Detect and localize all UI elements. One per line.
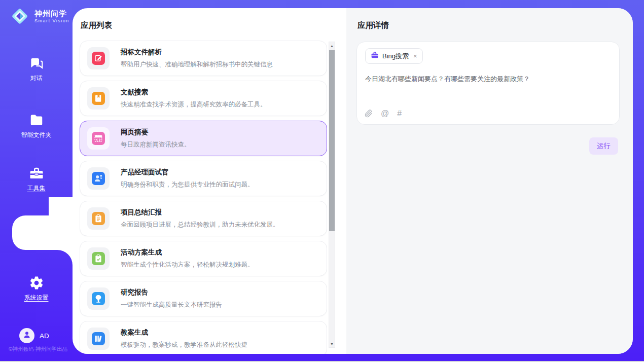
app-detail-pane: 应用详情 Bing搜索 × 今日湖北有哪些新闻要点？有哪些需要关注的最新政策？ … bbox=[346, 8, 633, 354]
app-description: 明确身份和职责，为您提供专业性的面试问题。 bbox=[121, 180, 254, 189]
run-button[interactable]: 运行 bbox=[589, 137, 618, 155]
sidebar-item-智能文件夹[interactable]: 智能文件夹 bbox=[0, 113, 73, 139]
prompt-toolbar: @# bbox=[365, 109, 402, 118]
app-list-title: 应用列表 bbox=[81, 20, 112, 31]
app-list: 招标文件解析 帮助用户快速、准确地理解和解析招标书中的关键信息 文献搜索 快速精… bbox=[80, 41, 327, 354]
app-name: 项目总结汇报 bbox=[121, 208, 279, 217]
app-name: 活动方案生成 bbox=[121, 248, 254, 257]
copyright-footer: ©神州数码·神州问学出品 bbox=[0, 346, 76, 353]
sidebar: 神州问学 Smart Vision 对话 智能文件夹 工具集 应用市场 系统设置 bbox=[0, 0, 73, 362]
toolbox-icon bbox=[29, 166, 44, 181]
app-list-item[interactable]: 项目总结汇报 全面回顾项目进展，总结经验教训，助力未来优化发展。 bbox=[80, 201, 327, 236]
app-list-item[interactable]: 教案生成 模板驱动，教案秒成，教学准备从此轻松快捷 bbox=[80, 321, 327, 354]
scroll-up-icon[interactable]: ▲ bbox=[329, 42, 335, 49]
app-window: { "brand": { "name": "神州问学", "subtitle":… bbox=[0, 0, 644, 362]
app-name: 网页摘要 bbox=[121, 128, 191, 137]
user-row[interactable]: AD bbox=[19, 328, 49, 343]
briefcase-icon bbox=[371, 51, 379, 61]
gem-logo-icon bbox=[9, 6, 30, 27]
tool-chip-label: Bing搜索 bbox=[382, 52, 409, 61]
browser-icon bbox=[92, 132, 105, 145]
report-icon bbox=[92, 292, 105, 305]
app-description: 快速精准查找学术资源，提高研究效率的必备工具。 bbox=[121, 100, 267, 109]
app-name: 招标文件解析 bbox=[121, 48, 273, 57]
gear-icon bbox=[29, 275, 44, 291]
app-name: 研究报告 bbox=[121, 288, 222, 297]
book-icon bbox=[92, 92, 105, 105]
app-list-item[interactable]: 研究报告 一键智能生成高质量长文本研究报告 bbox=[80, 281, 327, 316]
sidebar-item-对话[interactable]: 对话 bbox=[0, 56, 73, 83]
brand-logo: 神州问学 Smart Vision bbox=[9, 6, 69, 27]
app-name: 产品经理面试官 bbox=[121, 168, 254, 177]
chat-icon bbox=[29, 56, 44, 71]
app-name: 教案生成 bbox=[121, 328, 247, 337]
avatar[interactable] bbox=[19, 328, 34, 343]
clipboard-icon bbox=[92, 212, 105, 225]
active-nav-bubble bbox=[12, 215, 73, 250]
hash-icon[interactable]: # bbox=[397, 109, 402, 118]
tool-chip-bing-search[interactable]: Bing搜索 × bbox=[365, 48, 423, 64]
prompt-card[interactable]: Bing搜索 × 今日湖北有哪些新闻要点？有哪些需要关注的最新政策？ @# bbox=[356, 42, 620, 125]
scrollbar-thumb[interactable] bbox=[329, 50, 335, 231]
app-list-item[interactable]: 产品经理面试官 明确身份和职责，为您提供专业性的面试问题。 bbox=[80, 161, 327, 196]
user-name: AD bbox=[40, 332, 49, 340]
app-description: 全面回顾项目进展，总结经验教训，助力未来优化发展。 bbox=[121, 221, 279, 229]
app-description: 模板驱动，教案秒成，教学准备从此轻松快捷 bbox=[121, 341, 247, 349]
app-list-scrollbar[interactable]: ▲ ▼ bbox=[329, 42, 335, 348]
at-icon[interactable]: @ bbox=[381, 109, 389, 118]
scroll-down-icon[interactable]: ▼ bbox=[329, 340, 335, 347]
app-name: 文献搜索 bbox=[121, 88, 267, 97]
app-detail-title: 应用详情 bbox=[357, 20, 389, 31]
sidebar-item-系统设置[interactable]: 系统设置 bbox=[0, 275, 73, 302]
app-list-item[interactable]: 文献搜索 快速精准查找学术资源，提高研究效率的必备工具。 bbox=[80, 81, 327, 116]
app-description: 帮助用户快速、准确地理解和解析招标书中的关键信息 bbox=[121, 60, 273, 69]
close-icon[interactable]: × bbox=[413, 53, 417, 59]
interview-icon bbox=[92, 172, 105, 185]
app-description: 一键智能生成高质量长文本研究报告 bbox=[121, 301, 222, 309]
brand-subtitle: Smart Vision bbox=[34, 18, 69, 23]
app-description: 每日政府新闻资讯快查。 bbox=[121, 140, 191, 149]
person-icon bbox=[22, 330, 31, 341]
books-icon bbox=[92, 332, 105, 345]
app-list-item[interactable]: 活动方案生成 智能生成个性化活动方案，轻松解决规划难题。 bbox=[80, 241, 327, 276]
doc-edit-icon bbox=[92, 52, 105, 65]
prompt-input[interactable]: 今日湖北有哪些新闻要点？有哪些需要关注的最新政策？ bbox=[365, 75, 609, 84]
app-description: 智能生成个性化活动方案，轻松解决规划难题。 bbox=[121, 261, 254, 269]
main-content-card: 应用列表 招标文件解析 帮助用户快速、准确地理解和解析招标书中的关键信息 文献搜… bbox=[73, 8, 633, 354]
brand-name: 神州问学 bbox=[34, 9, 69, 18]
clipboard-check-icon bbox=[92, 252, 105, 265]
sidebar-item-工具集[interactable]: 工具集 bbox=[0, 166, 73, 193]
app-list-item[interactable]: 网页摘要 每日政府新闻资讯快查。 bbox=[80, 121, 327, 156]
folder-icon bbox=[29, 113, 44, 128]
paperclip-icon[interactable] bbox=[365, 110, 373, 118]
app-list-item[interactable]: 招标文件解析 帮助用户快速、准确地理解和解析招标书中的关键信息 bbox=[80, 41, 327, 76]
